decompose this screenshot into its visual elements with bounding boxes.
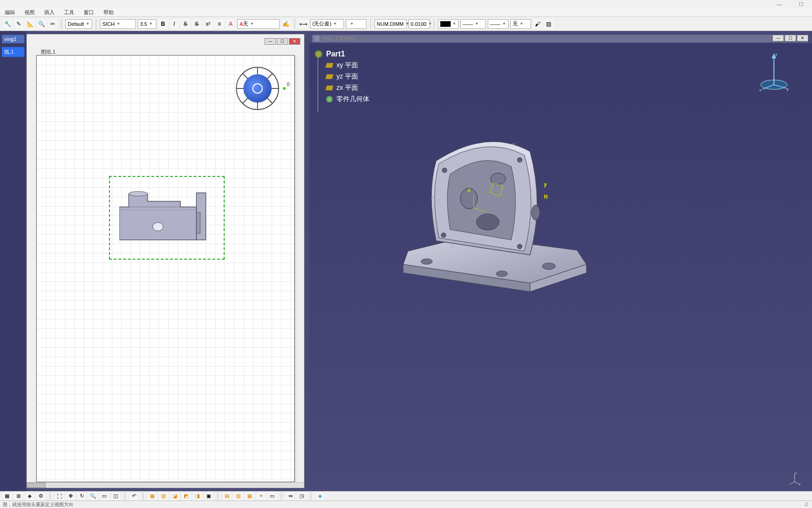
svg-point-25 — [531, 205, 540, 220]
normal-icon[interactable]: ▭ — [100, 492, 109, 500]
tool-5-icon[interactable]: ✂ — [48, 19, 57, 29]
svg-point-22 — [441, 233, 446, 238]
tool-1-icon[interactable]: 🔧 — [3, 19, 12, 29]
clipview-icon[interactable]: ▣ — [204, 492, 213, 500]
dim1-icon[interactable]: ▤ — [223, 492, 231, 500]
undo-icon[interactable]: ↶ — [130, 492, 138, 500]
precision-select[interactable]: 0.0100▼ — [408, 19, 430, 29]
update-icon[interactable]: ◳ — [297, 492, 306, 500]
link-icon[interactable]: ⇔ — [286, 492, 295, 500]
tool-b-icon[interactable]: ⚙ — [37, 492, 45, 500]
part-window-title: Part1.CATPart — [322, 36, 356, 41]
linetype2-select[interactable]: ——▼ — [488, 19, 508, 29]
drawing-scrollbar[interactable] — [27, 482, 304, 488]
part-restore-button[interactable]: ☐ — [785, 35, 796, 41]
color-select[interactable]: ▼ — [438, 19, 459, 29]
part-minimize-button[interactable]: — — [773, 35, 784, 41]
projview-icon[interactable]: ▧ — [159, 492, 168, 500]
insert-icon[interactable]: ✍ — [281, 19, 291, 29]
axis-compass-3d[interactable]: z y x — [757, 51, 790, 93]
svg-text:x: x — [759, 88, 761, 92]
part-3d-model[interactable]: z H y — [394, 123, 591, 297]
grid-icon[interactable]: ▦ — [3, 492, 11, 500]
textframe-select[interactable]: A 无▼ — [237, 19, 280, 29]
drawing-restore-button[interactable]: ☐ — [277, 38, 288, 45]
drawing-frame: — ☐ ✕ 图纸.1 — [26, 34, 304, 488]
superscript-button[interactable]: x² — [203, 19, 213, 29]
tree-drawing1[interactable]: ving1 — [2, 35, 24, 43]
menu-tools[interactable]: 工具 — [62, 8, 76, 16]
compass-label: 0 — [287, 82, 289, 87]
tool-a-icon[interactable]: ◈ — [25, 492, 34, 500]
strike-button[interactable]: S — [181, 19, 190, 29]
font-select[interactable]: SICH▼ — [100, 19, 136, 29]
svg-point-15 — [542, 263, 555, 270]
viewport-3d[interactable]: Part1 xy 平面 yz 平面 zx 平面 零件几何体 — [309, 43, 812, 491]
fit-icon[interactable]: ⛶ — [55, 492, 63, 500]
system-titlebar: — ☐ — [0, 0, 812, 8]
tree-zx-plane[interactable]: zx 平面 — [326, 84, 369, 92]
tree-part-root[interactable]: Part1 — [315, 50, 369, 58]
svg-text:y: y — [787, 87, 789, 91]
dim-icon[interactable]: ⟷ — [299, 19, 308, 29]
view-icon[interactable]: ◫ — [111, 492, 120, 500]
dim3-icon[interactable]: ▦ — [245, 492, 254, 500]
dim2-icon[interactable]: ▥ — [234, 492, 242, 500]
strike2-button[interactable]: S — [192, 19, 202, 29]
hatch-icon[interactable]: ▨ — [544, 19, 554, 29]
dim5-icon[interactable]: ▭ — [268, 492, 276, 500]
menu-view[interactable]: 视图 — [23, 8, 37, 16]
dim4-icon[interactable]: ✦ — [257, 492, 265, 500]
view-compass[interactable]: 0 — [236, 67, 279, 110]
menu-edit[interactable]: 编辑 — [3, 8, 17, 16]
part-close-button[interactable]: ✕ — [797, 35, 808, 41]
zoom-icon[interactable]: 🔍 — [89, 492, 97, 500]
linetype3-select[interactable]: 无▼ — [510, 19, 531, 29]
svg-point-17 — [496, 271, 508, 277]
menu-help[interactable]: 帮助 — [102, 8, 116, 16]
svg-point-23 — [517, 158, 522, 162]
dim-mode-select[interactable]: NUM.DIMM▼ — [375, 19, 406, 29]
menu-window[interactable]: 窗口 — [82, 8, 96, 16]
tree-xy-plane[interactable]: xy 平面 — [326, 61, 369, 70]
tool-4-icon[interactable]: 🔍 — [37, 19, 46, 29]
detview-icon[interactable]: ◨ — [193, 492, 202, 500]
pan-icon[interactable]: ✥ — [66, 492, 75, 500]
fontsize-select[interactable]: 3.5▼ — [138, 19, 156, 29]
drawing-tree: ving1 纸.1 — [0, 31, 26, 491]
front-view-preview[interactable] — [119, 187, 215, 248]
drawing-close-button[interactable]: ✕ — [289, 38, 300, 45]
newview-icon[interactable]: ▦ — [148, 492, 156, 500]
catalog-icon[interactable]: ◆ — [316, 492, 324, 500]
svg-point-0 — [129, 191, 148, 196]
snap-icon[interactable]: ⊞ — [14, 492, 23, 500]
tool-3-icon[interactable]: 📐 — [25, 19, 35, 29]
auxview-icon[interactable]: ◪ — [171, 492, 179, 500]
rotate-icon[interactable]: ↻ — [78, 492, 86, 500]
paint-icon[interactable]: 🖌 — [533, 19, 542, 29]
align-button[interactable]: ≡ — [215, 19, 224, 29]
italic-button[interactable]: I — [170, 19, 179, 29]
drawing-canvas[interactable]: 0 — [36, 55, 295, 482]
tolerance-value[interactable]: ▼ — [346, 19, 367, 29]
bold-button[interactable]: B — [158, 19, 168, 29]
minimize-button[interactable]: — — [773, 1, 786, 7]
svg-point-21 — [442, 168, 447, 173]
menu-insert[interactable]: 插入 — [42, 8, 56, 16]
bottom-toolbar: ▦ ⊞ ◈ ⚙ ⛶ ✥ ↻ 🔍 ▭ ◫ ↶ ▦ ▧ ◪ ◩ ◨ ▣ ▤ ▥ ▦ … — [0, 491, 812, 500]
svg-line-12 — [789, 482, 795, 484]
svg-text:z: z — [468, 188, 470, 193]
drawing-minimize-button[interactable]: — — [265, 38, 276, 45]
isoview-icon[interactable]: ◩ — [182, 492, 190, 500]
tree-sheet1[interactable]: 纸.1 — [2, 47, 24, 57]
tolerance-select[interactable]: (无公差)▼ — [310, 19, 344, 29]
tree-yz-plane[interactable]: yz 平面 — [326, 72, 369, 81]
style-select[interactable]: Default▼ — [65, 19, 92, 29]
linetype1-select[interactable]: ——▼ — [461, 19, 486, 29]
tree-partbody[interactable]: 零件几何体 — [326, 95, 369, 103]
tool-2-icon[interactable]: ✎ — [14, 19, 23, 29]
status-bar: 图，或使用箭头重新定义视图方向 D — [0, 500, 812, 508]
formatting-toolbar: 🔧 ✎ 📐 🔍 ✂ Default▼ SICH▼ 3.5▼ B I S S x²… — [0, 17, 812, 31]
anchor-button[interactable]: A — [226, 19, 235, 29]
maximize-button[interactable]: ☐ — [795, 1, 807, 8]
